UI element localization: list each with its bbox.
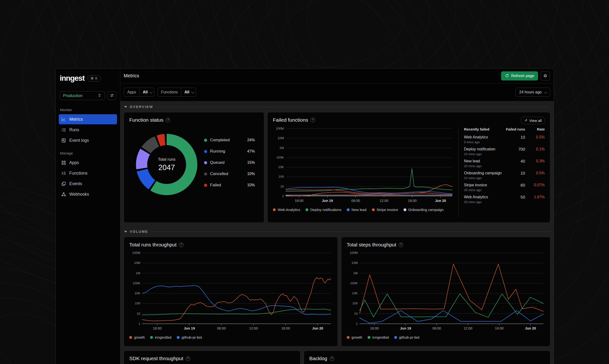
sidebar-item-webhooks[interactable]: Webhooks <box>59 189 117 199</box>
command-k-shortcut[interactable]: ⌘ K <box>88 75 100 81</box>
refresh-icon <box>505 74 509 78</box>
help-icon[interactable]: ? <box>186 356 190 361</box>
settings-button[interactable]: ⚙ <box>541 71 550 80</box>
total-runs-chart-legend: growthinngestbotgithub-pr-bot <box>129 335 332 339</box>
total-steps-chart: 11010010K100K1M10M100M18:00Jun 1906:0012… <box>347 251 545 339</box>
table-row: Web Analytics35 mins ago501.67% <box>464 195 545 204</box>
chevron-down-icon <box>191 90 194 93</box>
svg-text:1: 1 <box>138 322 140 325</box>
apps-filter-value: All <box>143 90 147 94</box>
svg-text:18:00: 18:00 <box>408 199 416 203</box>
failed-functions-chart: 11010010K100K1M10M100M18:00Jun 1906:0012… <box>273 127 454 217</box>
refresh-label: Refresh page <box>511 74 534 78</box>
failed-runs-value: 40 <box>505 159 525 168</box>
functions-filter-value: All <box>184 90 189 94</box>
legend-series-name: growth <box>134 335 145 339</box>
runs-icon <box>61 127 66 132</box>
help-icon[interactable]: ? <box>399 243 403 247</box>
failed-function-name[interactable]: Web Analytics <box>464 135 488 139</box>
status-legend-row: Queued15% <box>204 160 255 165</box>
total-runs-chart: 11010010K100K1M10M100M18:00Jun 1906:0012… <box>129 251 332 339</box>
function-status-donut: Total runs 2047 <box>136 134 197 195</box>
svg-text:100K: 100K <box>350 281 358 285</box>
legend-percent: 10% <box>247 172 255 176</box>
legend-dot <box>129 336 132 339</box>
chart-legend-item: github-pr-bot <box>177 335 202 339</box>
table-row: New lead20 mins ago400.3% <box>464 159 545 168</box>
apps-icon <box>61 160 66 165</box>
chart-legend-item: growth <box>129 335 145 339</box>
view-all-button[interactable]: ↗ View all <box>521 117 545 124</box>
svg-text:18:00: 18:00 <box>295 199 303 203</box>
failed-rate-value: 0.1% <box>527 147 545 156</box>
function-status-title: Function status <box>129 117 163 123</box>
sidebar-item-event-logs[interactable]: Event logs <box>59 135 117 145</box>
sidebar-item-label: Webhooks <box>69 192 89 197</box>
page-title: Metrics <box>124 73 139 78</box>
topbar: Metrics Refresh page ⚙ <box>120 68 554 83</box>
svg-text:1M: 1M <box>353 271 358 275</box>
total-steps-throughput-card: Total steps throughput ? 11010010K100K1M… <box>341 237 550 347</box>
failed-function-name[interactable]: New lead <box>464 159 480 163</box>
sidebar-item-functions[interactable]: Functions <box>59 168 117 178</box>
time-range-select[interactable]: 24 hours ago <box>515 88 550 97</box>
failed-function-name[interactable]: Onboarding campaign <box>464 171 502 175</box>
status-legend-row: Cancelled10% <box>204 171 255 176</box>
volume-section-header[interactable]: VOLUME <box>124 230 550 234</box>
svg-text:12:00: 12:00 <box>464 326 472 330</box>
sidebar-item-events[interactable]: Events <box>59 179 117 189</box>
failed-function-time: 5 mins ago <box>464 140 503 144</box>
failed-function-name[interactable]: Stripe invoice <box>464 183 487 187</box>
failed-function-name[interactable]: Web Analytics <box>464 195 488 199</box>
overview-section-header[interactable]: OVERVIEW <box>124 105 550 109</box>
svg-text:100: 100 <box>352 301 358 305</box>
help-icon[interactable]: ? <box>330 356 334 361</box>
sdk-request-throughput-title: SDK request throughput <box>129 356 183 361</box>
metrics-icon <box>61 117 66 122</box>
environment-filter-button[interactable] <box>107 91 116 100</box>
legend-dot <box>204 139 207 142</box>
functions-filter[interactable]: Functions All <box>157 88 196 97</box>
legend-dot <box>177 336 180 339</box>
help-icon[interactable]: ? <box>179 243 183 247</box>
total-runs-throughput-card: Total runs throughput ? 11010010K100K1M1… <box>124 237 338 347</box>
legend-dot <box>150 336 153 339</box>
failed-function-name[interactable]: Deploy notification <box>464 147 495 151</box>
legend-dot <box>403 208 406 211</box>
functions-filter-label: Functions <box>158 90 181 94</box>
environment-select[interactable]: Production <box>60 91 105 100</box>
svg-text:1M: 1M <box>136 271 140 275</box>
total-runs-line-chart: 11010010K100K1M10M100M18:00Jun 1906:0012… <box>129 251 332 331</box>
sidebar-item-metrics[interactable]: Metrics <box>59 114 117 124</box>
failed-functions-chart-legend: Web AnalyticsDeploy notificationsNew lea… <box>273 208 454 212</box>
failed-functions-card: Failed functions ? ↗ View all 11010010K1… <box>267 112 550 223</box>
apps-filter[interactable]: Apps All <box>124 88 154 97</box>
svg-text:10: 10 <box>137 312 140 315</box>
caret-down-icon <box>124 231 127 233</box>
legend-series-name: Deploy notifications <box>310 208 341 212</box>
event-logs-icon <box>61 138 66 143</box>
failed-runs-value: 700 <box>505 147 525 156</box>
topbar-actions: Refresh page ⚙ <box>501 71 550 80</box>
sidebar-item-apps[interactable]: Apps <box>59 157 117 168</box>
legend-dot <box>347 208 350 211</box>
sidebar-item-label: Functions <box>69 171 87 176</box>
sidebar-item-runs[interactable]: Runs <box>59 125 117 135</box>
legend-dot <box>372 208 375 211</box>
table-header-row: Recently failedFailed runsRate <box>464 127 545 131</box>
svg-text:18:00: 18:00 <box>495 326 503 330</box>
refresh-page-button[interactable]: Refresh page <box>501 71 538 80</box>
section-rule <box>156 107 550 107</box>
svg-text:18:00: 18:00 <box>370 326 379 330</box>
help-icon[interactable]: ? <box>310 118 315 122</box>
svg-text:06:00: 06:00 <box>351 199 360 203</box>
chart-legend-item: Stripe invoice <box>372 208 398 212</box>
legend-series-name: inngestbot <box>155 335 171 339</box>
svg-text:1: 1 <box>356 322 358 325</box>
app-window: inngest ⌘ K Production MonitorMetricsRun… <box>55 68 554 364</box>
chart-legend-item: Onboarding campaign <box>403 208 444 212</box>
legend-label: Completed <box>210 138 244 143</box>
svg-text:10: 10 <box>280 185 284 188</box>
help-icon[interactable]: ? <box>166 118 170 122</box>
sidebar-item-label: Runs <box>69 127 79 132</box>
